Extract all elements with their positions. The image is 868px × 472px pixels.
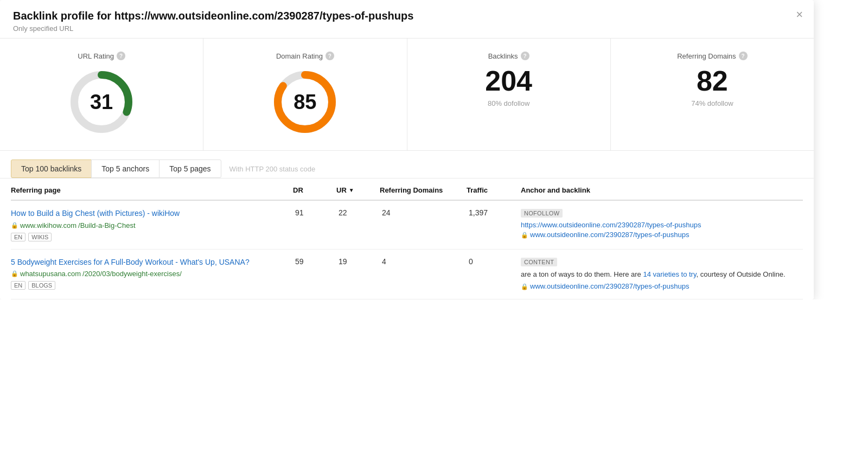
domain-rating-donut: 85 [270, 67, 340, 137]
row2-traffic: 0 [467, 257, 521, 266]
table-header: Referring page DR UR ▼ Referring Domains… [11, 178, 803, 201]
col-header-anchor-backlink: Anchor and backlink [521, 186, 803, 194]
row1-anchor-url[interactable]: https://www.outsideonline.com/2390287/ty… [521, 220, 803, 230]
domain-rating-help-icon[interactable]: ? [326, 52, 334, 60]
row1-anchor-domain: 🔒 www.outsideonline.com/2390287/types-of… [521, 230, 803, 240]
backlinks-sub: 80% dofollow [418, 99, 599, 107]
row1-tag-wikis: WIKIS [28, 233, 52, 241]
row2-tags: EN BLOGS [11, 281, 293, 290]
row2-anchor-lock-icon: 🔒 [521, 283, 528, 290]
tab-top5pages[interactable]: Top 5 pages [159, 160, 221, 178]
col-header-referring-page: Referring page [11, 186, 293, 194]
domain-rating-value: 85 [293, 91, 316, 114]
row1-nofollow-badge: NOFOLLOW [521, 209, 563, 218]
col-header-ur[interactable]: UR ▼ [336, 186, 380, 194]
referring-domains-sub: 74% dofollow [622, 99, 803, 107]
row2-anchor-domain: 🔒 www.outsideonline.com/2390287/types-of… [521, 282, 803, 291]
row1-ur: 22 [336, 208, 380, 217]
referring-domains-cell: Referring Domains ? 82 74% dofollow [611, 39, 814, 150]
row1-traffic: 1,397 [467, 208, 521, 217]
tab-extra-label: With HTTP 200 status code [229, 161, 316, 177]
row2-anchor-text-link[interactable]: 14 varieties to try [643, 270, 696, 278]
row1-referring-domains: 24 [380, 208, 467, 217]
row2-tag-blogs: BLOGS [28, 281, 55, 290]
row1-dr: 91 [293, 208, 336, 217]
modal-subtitle: Only specified URL [13, 24, 801, 33]
row2-ur: 19 [336, 257, 380, 266]
col-header-referring-domains: Referring Domains [380, 186, 467, 194]
row2-anchor-text-after: , courtesy of Outside Online. [696, 270, 785, 278]
row1-tag-en: EN [11, 233, 25, 241]
url-rating-help-icon[interactable]: ? [117, 52, 125, 60]
row2-anchor-domain-link[interactable]: www.outsideonline.com/2390287/types-of-p… [530, 282, 689, 291]
row2-dr: 59 [293, 257, 336, 266]
row1-tags: EN WIKIS [11, 233, 293, 241]
row1-anchor: NOFOLLOW https://www.outsideonline.com/2… [521, 208, 803, 240]
row2-url-domain: whatsupusana.com [20, 270, 81, 278]
row1-page-title[interactable]: How to Build a Big Chest (with Pictures)… [11, 208, 293, 219]
col-header-traffic: Traffic [467, 186, 521, 194]
row2-anchor-text: are a ton of ways to do them. Here are 1… [521, 269, 803, 280]
row2-lock-icon: 🔒 [11, 270, 18, 277]
url-rating-donut: 31 [66, 67, 137, 137]
backlinks-value: 204 [418, 67, 599, 95]
backlinks-help-icon[interactable]: ? [521, 52, 529, 60]
table-row: 5 Bodyweight Exercises for A Full-Body W… [11, 250, 803, 300]
row2-content-badge: CONTENT [521, 258, 557, 266]
modal-header: Backlink profile for https://www.outside… [0, 0, 814, 39]
row1-anchor-lock-icon: 🔒 [521, 232, 528, 239]
domain-rating-cell: Domain Rating ? 85 [203, 39, 407, 150]
row1-anchor-domain-link[interactable]: www.outsideonline.com/2390287/types-of-p… [530, 230, 689, 240]
table-row: How to Build a Big Chest (with Pictures)… [11, 201, 803, 250]
row2-url-path: /2020/03/bodyweight-exercises/ [82, 270, 182, 278]
row2-tag-en: EN [11, 281, 25, 290]
url-rating-value: 31 [90, 91, 113, 114]
backlinks-cell: Backlinks ? 204 80% dofollow [407, 39, 611, 150]
backlink-profile-modal: Backlink profile for https://www.outside… [0, 0, 814, 299]
backlinks-label: Backlinks ? [418, 52, 599, 60]
close-button[interactable]: × [796, 9, 803, 21]
metrics-row: URL Rating ? 31 Domain Rating ? [0, 39, 814, 151]
referring-domains-help-icon[interactable]: ? [739, 52, 748, 60]
row2-anchor-text-before: are a ton of ways to do them. Here are [521, 270, 643, 278]
modal-title: Backlink profile for https://www.outside… [13, 10, 801, 22]
row1-url-domain: www.wikihow.com [20, 221, 76, 229]
row1-url-path: /Build-a-Big-Chest [78, 221, 136, 229]
row1-page-url[interactable]: 🔒 www.wikihow.com/Build-a-Big-Chest [11, 221, 293, 229]
row2-page-url[interactable]: 🔒 whatsupusana.com/2020/03/bodyweight-ex… [11, 270, 293, 278]
referring-domains-value: 82 [622, 67, 803, 95]
domain-rating-label: Domain Rating ? [214, 52, 395, 60]
tab-top5anchors[interactable]: Top 5 anchors [91, 160, 159, 178]
row2-referring-page: 5 Bodyweight Exercises for A Full-Body W… [11, 257, 293, 290]
backlinks-table: Referring page DR UR ▼ Referring Domains… [0, 178, 814, 299]
tabs-row: Top 100 backlinks Top 5 anchors Top 5 pa… [0, 151, 814, 178]
row2-referring-domains: 4 [380, 257, 467, 266]
row2-anchor: CONTENT are a ton of ways to do them. He… [521, 257, 803, 292]
row2-page-title[interactable]: 5 Bodyweight Exercises for A Full-Body W… [11, 257, 293, 268]
row1-lock-icon: 🔒 [11, 222, 18, 229]
referring-domains-label: Referring Domains ? [622, 52, 803, 60]
url-rating-label: URL Rating ? [11, 52, 192, 60]
ur-sort-arrow: ▼ [349, 187, 354, 193]
row1-referring-page: How to Build a Big Chest (with Pictures)… [11, 208, 293, 241]
tab-top100backlinks[interactable]: Top 100 backlinks [11, 160, 92, 178]
col-header-dr: DR [293, 186, 336, 194]
url-rating-cell: URL Rating ? 31 [0, 39, 203, 150]
